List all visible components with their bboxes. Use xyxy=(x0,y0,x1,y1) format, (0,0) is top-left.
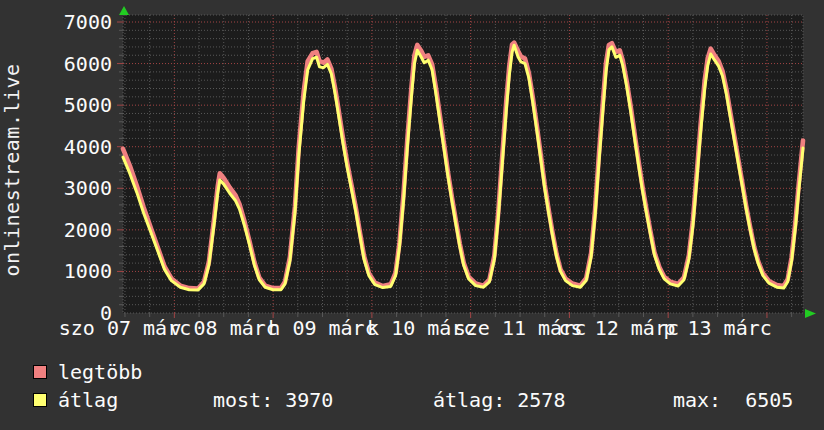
legend-swatch-legtobb xyxy=(33,365,47,379)
x-axis-day-label: p 13 márc xyxy=(663,316,771,340)
y-axis-arrow-icon xyxy=(119,6,129,15)
x-axis-day-label: cs 12 márc xyxy=(559,316,679,340)
legend-label-legtobb: legtöbb xyxy=(58,361,142,383)
legend-swatch-atlag xyxy=(33,393,47,407)
y-axis-tick-label: 6000 xyxy=(64,52,112,76)
y-axis-tick-label: 3000 xyxy=(64,176,112,200)
chart-vertical-title: onlinestream.live xyxy=(0,20,24,320)
legend-label-atlag: átlag xyxy=(58,389,118,411)
stat-max: max: 6505 xyxy=(673,389,793,411)
plot-area xyxy=(123,15,803,313)
stat-atlag: átlag: 2578 xyxy=(433,389,565,411)
y-axis-tick-label: 4000 xyxy=(64,135,112,159)
x-axis-arrow-icon xyxy=(805,309,816,318)
y-axis-tick-label: 1000 xyxy=(64,259,112,283)
x-axis-day-label: h 09 márc xyxy=(268,316,376,340)
y-axis-tick-label: 5000 xyxy=(64,93,112,117)
x-axis-day-label: v 08 márc xyxy=(170,316,278,340)
y-axis-tick-label: 7000 xyxy=(64,10,112,34)
stat-most: most: 3970 xyxy=(213,389,333,411)
y-axis-tick-label: 2000 xyxy=(64,218,112,242)
rrd-graph: 01000200030004000500060007000szo 07 márc… xyxy=(0,0,824,430)
